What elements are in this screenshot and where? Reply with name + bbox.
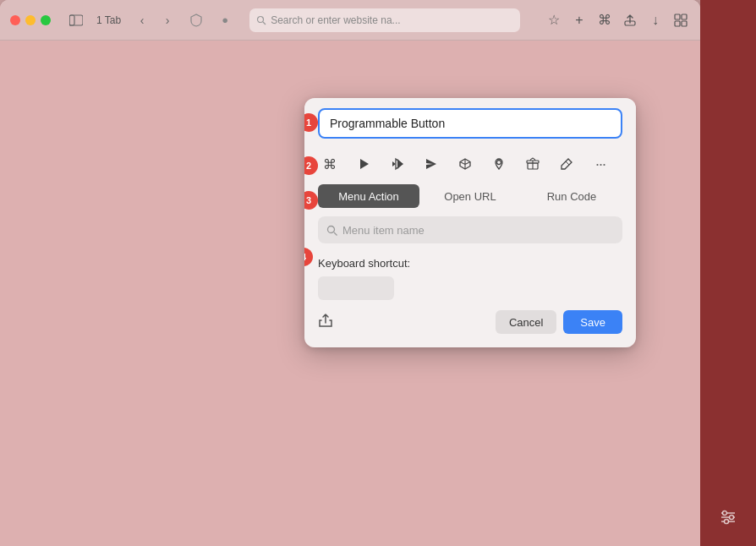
save-button[interactable]: Save <box>563 310 622 334</box>
shield-icon <box>185 9 207 31</box>
bookmark-icon[interactable]: ☆ <box>545 11 563 30</box>
svg-rect-6 <box>682 14 687 19</box>
address-bar-container: Search or enter website na... <box>249 8 520 32</box>
tab-count: 1 Tab <box>96 14 121 26</box>
title-bar: 1 Tab ‹ › ● Search or enter website na..… <box>0 0 700 41</box>
keyboard-shortcut-label: Keyboard shortcut: <box>318 257 622 270</box>
step-badge-4: 4 <box>304 248 313 266</box>
brush-icon-btn[interactable] <box>555 152 578 176</box>
more-icon-btn[interactable]: ··· <box>589 152 612 176</box>
tab-open-url[interactable]: Open URL <box>419 184 521 208</box>
maximize-button[interactable] <box>41 15 51 25</box>
svg-rect-1 <box>69 15 83 25</box>
svg-rect-5 <box>675 14 680 19</box>
tab-menu-action[interactable]: Menu Action <box>318 184 419 208</box>
programmable-button-popup: 1 2 ⌘ <box>304 98 636 347</box>
address-bar[interactable]: Search or enter website na... <box>249 8 520 32</box>
shortcut-row: 4 Keyboard shortcut: <box>304 250 636 310</box>
play-icon-btn[interactable] <box>352 152 375 176</box>
svg-point-13 <box>328 226 335 232</box>
traffic-lights <box>10 15 51 25</box>
grid-icon[interactable] <box>671 11 690 30</box>
new-tab-icon[interactable]: + <box>570 11 589 30</box>
command-toolbar-icon[interactable]: ⌘ <box>595 11 614 30</box>
keyboard-shortcut-input[interactable] <box>318 276 394 300</box>
tab-row: 3 Menu Action Open URL Run Code <box>304 184 636 216</box>
forward-button[interactable]: › <box>156 9 178 31</box>
sidebar-toggle[interactable] <box>64 12 88 29</box>
browser-window: 1 Tab ‹ › ● Search or enter website na..… <box>0 0 700 546</box>
share-toolbar-icon[interactable] <box>621 11 639 30</box>
run-icon-btn[interactable] <box>386 152 409 176</box>
send-icon-btn[interactable] <box>419 152 443 176</box>
menu-search-input[interactable]: Menu item name <box>318 216 622 243</box>
command-icon-btn[interactable]: ⌘ <box>318 152 342 176</box>
right-panel <box>700 0 756 546</box>
close-button[interactable] <box>10 15 20 25</box>
search-placeholder: Menu item name <box>342 224 425 237</box>
nav-buttons: ‹ › <box>131 9 178 31</box>
svg-rect-0 <box>69 15 74 25</box>
action-buttons: 5 Cancel Save <box>496 310 622 334</box>
tab-run-code[interactable]: Run Code <box>521 184 622 208</box>
svg-point-10 <box>497 161 501 165</box>
svg-point-20 <box>725 520 729 524</box>
download-icon[interactable]: ↓ <box>646 11 665 30</box>
back-button[interactable]: ‹ <box>131 9 153 31</box>
svg-point-18 <box>730 516 734 520</box>
adjust-icon[interactable] <box>720 510 737 529</box>
step-badge-1: 1 <box>304 113 318 132</box>
location-icon-btn[interactable] <box>487 152 511 176</box>
svg-line-14 <box>334 232 337 236</box>
gift-icon-btn[interactable] <box>521 152 545 176</box>
refresh-button[interactable]: ● <box>214 9 236 31</box>
button-name-input[interactable] <box>318 108 622 139</box>
name-row: 1 <box>304 98 636 147</box>
svg-point-16 <box>723 511 727 516</box>
step-badge-2: 2 <box>304 156 318 175</box>
toolbar-actions: ☆ + ⌘ ↓ <box>545 11 690 30</box>
svg-point-2 <box>258 16 264 22</box>
svg-rect-8 <box>682 21 687 26</box>
search-icon <box>326 225 337 236</box>
cancel-button[interactable]: Cancel <box>496 310 556 334</box>
address-bar-text: Search or enter website na... <box>271 14 400 26</box>
share-icon[interactable] <box>318 313 333 331</box>
cube-icon-btn[interactable] <box>453 152 477 176</box>
step-badge-3: 3 <box>304 191 318 210</box>
search-row: Menu item name <box>304 216 636 250</box>
svg-rect-7 <box>675 21 680 26</box>
svg-line-3 <box>263 22 266 25</box>
icon-row: 2 ⌘ <box>304 147 636 184</box>
svg-marker-9 <box>360 159 369 169</box>
action-row: 5 Cancel Save <box>304 310 636 334</box>
browser-content: 1 2 ⌘ <box>0 41 700 546</box>
search-bar-icon <box>256 15 266 25</box>
minimize-button[interactable] <box>25 15 36 25</box>
